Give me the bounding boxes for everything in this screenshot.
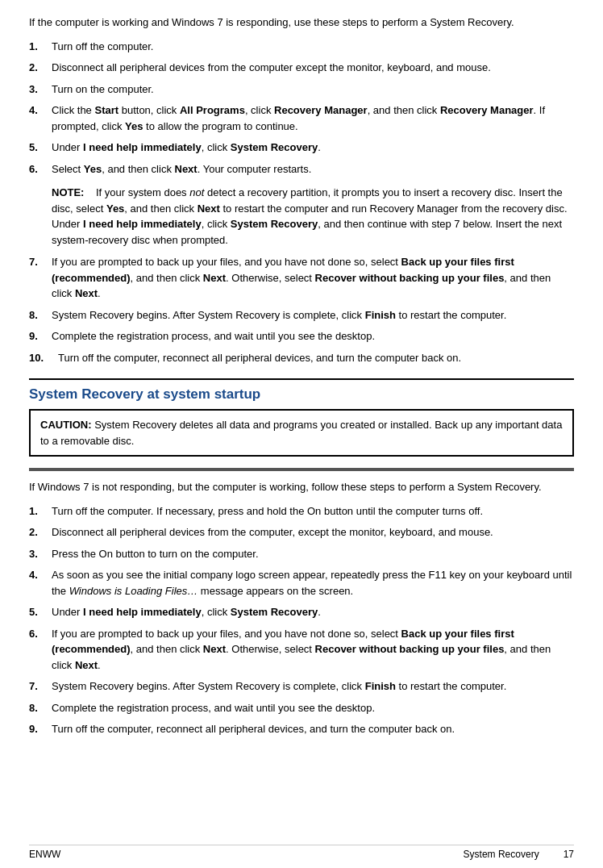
step-number: 1. xyxy=(29,503,52,520)
list-item: 6. Select Yes, and then click Next. Your… xyxy=(29,161,574,177)
intro-paragraph-2: If Windows 7 is not responding, but the … xyxy=(29,479,574,495)
step-text: Turn off the computer, reconnect all per… xyxy=(52,721,455,737)
step-number: 7. xyxy=(29,254,52,302)
note-text: If your system does not detect a recover… xyxy=(52,186,568,246)
step-text: Under I need help immediately, click Sys… xyxy=(52,140,321,156)
step-text: Complete the registration process, and w… xyxy=(52,328,375,344)
note-label: NOTE: xyxy=(52,186,84,198)
caution-label: CAUTION: xyxy=(40,419,92,431)
list-item: 3. Turn on the computer. xyxy=(29,81,574,98)
step-number: 5. xyxy=(29,140,52,156)
step-text: Disconnect all peripheral devices from t… xyxy=(52,60,491,76)
step-text: Disconnect all peripheral devices from t… xyxy=(52,524,493,540)
list-item: 5. Under I need help immediately, click … xyxy=(29,604,574,620)
step-text: Complete the registration process, and w… xyxy=(52,700,375,716)
list-item: 8. Complete the registration process, an… xyxy=(29,700,574,716)
step-text: Turn on the computer. xyxy=(52,81,154,98)
step-number: 7. xyxy=(29,678,52,695)
list-item: 2. Disconnect all peripheral devices fro… xyxy=(29,524,574,540)
step-number: 5. xyxy=(29,604,52,620)
step-number: 3. xyxy=(29,546,52,562)
note-box: NOTE: If your system does not detect a r… xyxy=(52,185,574,248)
list-item: 6. If you are prompted to back up your f… xyxy=(29,626,574,674)
section-heading: System Recovery at system startup xyxy=(29,386,574,403)
footer-page: 17 xyxy=(563,849,574,860)
step-text: If you are prompted to back up your file… xyxy=(52,626,574,674)
step-number: 6. xyxy=(29,161,52,177)
step-text: If you are prompted to back up your file… xyxy=(52,254,574,302)
step-text: Select Yes, and then click Next. Your co… xyxy=(52,161,311,177)
steps-list-1: 1. Turn off the computer. 2. Disconnect … xyxy=(29,39,574,177)
dark-divider xyxy=(29,468,574,471)
section-divider xyxy=(29,378,574,380)
step-number: 8. xyxy=(29,700,52,716)
list-item: 8. System Recovery begins. After System … xyxy=(29,307,574,323)
step-number: 9. xyxy=(29,721,52,737)
step-text: Turn off the computer. xyxy=(52,39,153,55)
step-number: 2. xyxy=(29,60,52,76)
step-text: System Recovery begins. After System Rec… xyxy=(52,678,506,695)
step-number: 4. xyxy=(29,102,52,134)
list-item: 5. Under I need help immediately, click … xyxy=(29,140,574,156)
step-text: Turn off the computer. If necessary, pre… xyxy=(52,503,483,520)
list-item: 9. Turn off the computer, reconnect all … xyxy=(29,721,574,737)
list-item: 1. Turn off the computer. If necessary, … xyxy=(29,503,574,520)
footer-center: System Recovery xyxy=(464,849,539,860)
list-item: 1. Turn off the computer. xyxy=(29,39,574,55)
list-item: 10. Turn off the computer, reconnect all… xyxy=(29,350,574,366)
step-number: 6. xyxy=(29,626,52,674)
step-number: 10. xyxy=(29,350,58,366)
list-item: 4. As soon as you see the initial compan… xyxy=(29,567,574,599)
caution-text: System Recovery deletes all data and pro… xyxy=(40,419,562,447)
step-text: Click the Start button, click All Progra… xyxy=(52,102,574,134)
step-number: 3. xyxy=(29,81,52,98)
step-number: 2. xyxy=(29,524,52,540)
steps-list-2: 7. If you are prompted to back up your f… xyxy=(29,254,574,365)
list-item: 2. Disconnect all peripheral devices fro… xyxy=(29,60,574,76)
caution-box: CAUTION: System Recovery deletes all dat… xyxy=(29,409,574,457)
list-item: 7. System Recovery begins. After System … xyxy=(29,678,574,695)
footer-right: System Recovery 17 xyxy=(464,849,574,860)
step-text: As soon as you see the initial company l… xyxy=(52,567,574,599)
intro-paragraph: If the computer is working and Windows 7… xyxy=(29,15,574,31)
step-number: 1. xyxy=(29,39,52,55)
step-number: 4. xyxy=(29,567,52,599)
step-text: System Recovery begins. After System Rec… xyxy=(52,307,506,323)
steps-list-3: 1. Turn off the computer. If necessary, … xyxy=(29,503,574,737)
list-item: 3. Press the On button to turn on the co… xyxy=(29,546,574,562)
footer: ENWW System Recovery 17 xyxy=(29,845,574,860)
step-text: Under I need help immediately, click Sys… xyxy=(52,604,321,620)
page-content: If the computer is working and Windows 7… xyxy=(0,0,603,778)
step-number: 8. xyxy=(29,307,52,323)
step-text: Turn off the computer, reconnect all per… xyxy=(58,350,461,366)
list-item: 4. Click the Start button, click All Pro… xyxy=(29,102,574,134)
list-item: 7. If you are prompted to back up your f… xyxy=(29,254,574,302)
step-text: Press the On button to turn on the compu… xyxy=(52,546,259,562)
footer-left: ENWW xyxy=(29,849,60,860)
step-number: 9. xyxy=(29,328,52,344)
list-item: 9. Complete the registration process, an… xyxy=(29,328,574,344)
